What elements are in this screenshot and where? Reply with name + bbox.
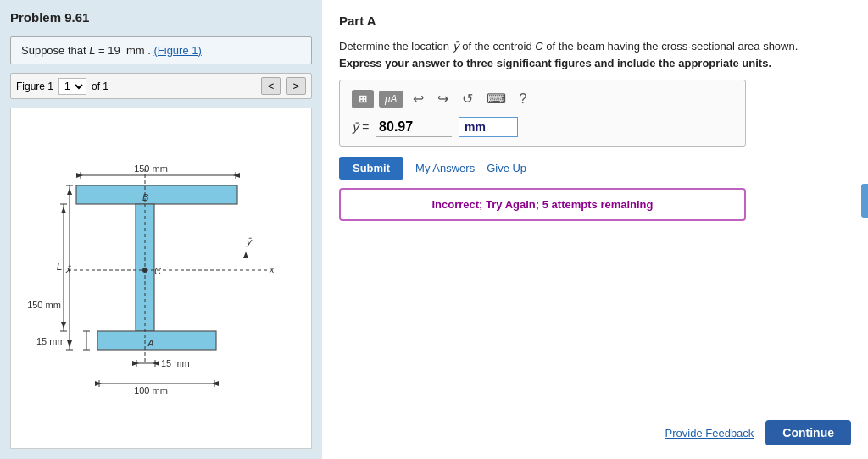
svg-marker-34 [153, 361, 159, 366]
my-answers-link[interactable]: My Answers [415, 162, 475, 174]
svg-marker-19 [61, 207, 66, 213]
svg-text:x̄: x̄ [65, 264, 72, 274]
undo-button[interactable]: ↩ [409, 89, 428, 108]
svg-marker-7 [233, 173, 240, 178]
svg-text:B: B [142, 192, 148, 202]
beam-diagram: 150 mm L 150 mm B C x̄ x [25, 160, 297, 397]
figure-of-label: of 1 [92, 80, 108, 92]
svg-text:15 mm: 15 mm [161, 358, 190, 368]
refresh-button[interactable]: ↺ [458, 89, 477, 108]
provide-feedback-button[interactable]: Provide Feedback [665, 427, 754, 440]
mu-alpha-button[interactable]: μΑ [379, 91, 403, 108]
feedback-box: Incorrect; Try Again; 5 attempts remaini… [339, 188, 746, 221]
svg-marker-33 [132, 361, 139, 366]
submit-button[interactable]: Submit [339, 157, 403, 180]
question-text: Determine the location ȳ of the centroid… [339, 38, 851, 71]
svg-text:x: x [269, 264, 275, 274]
right-tab [861, 184, 868, 218]
input-row: ȳ = [352, 117, 733, 137]
question-line2: Express your answer to three significant… [339, 57, 771, 69]
bottom-row: Provide Feedback Continue [339, 412, 851, 445]
y-bar-label: ȳ = [352, 120, 369, 134]
svg-marker-13 [67, 340, 72, 347]
question-line1: Determine the location ȳ of the centroid… [339, 40, 798, 53]
svg-text:150 mm: 150 mm [134, 163, 168, 174]
action-row: Submit My Answers Give Up [339, 157, 851, 180]
svg-rect-2 [97, 331, 216, 350]
svg-marker-39 [95, 381, 102, 386]
svg-marker-6 [76, 173, 83, 178]
figure-nav: Figure 1 1 of 1 < > [10, 73, 312, 99]
svg-text:A: A [147, 338, 153, 348]
left-panel: Problem 9.61 Suppose that L = 19 mm . (F… [0, 0, 322, 459]
svg-text:100 mm: 100 mm [134, 385, 168, 395]
figure1-link[interactable]: (Figure 1) [153, 44, 201, 57]
svg-text:150 mm: 150 mm [27, 300, 61, 310]
continue-button[interactable]: Continue [765, 420, 851, 445]
svg-marker-40 [212, 381, 219, 386]
give-up-link[interactable]: Give Up [487, 162, 526, 174]
right-panel: Part A Determine the location ȳ of the c… [322, 0, 868, 459]
figure-next-button[interactable]: > [286, 77, 306, 95]
problem-title: Problem 9.61 [10, 10, 312, 25]
figure-area: 150 mm L 150 mm B C x̄ x [10, 108, 312, 449]
figure-select[interactable]: 1 [58, 78, 86, 95]
svg-marker-29 [243, 252, 248, 258]
answer-box: ⊞ μΑ ↩ ↪ ↺ ⌨ ? ȳ = [339, 80, 746, 147]
svg-text:L: L [57, 261, 63, 273]
svg-text:C: C [154, 266, 161, 276]
mu-alpha-label: μΑ [385, 93, 398, 105]
svg-marker-12 [67, 188, 72, 195]
help-button[interactable]: ? [515, 90, 531, 108]
toolbar: ⊞ μΑ ↩ ↪ ↺ ⌨ ? [352, 89, 733, 108]
svg-text:ȳ: ȳ [246, 236, 253, 247]
unit-input[interactable] [459, 117, 518, 137]
part-label: Part A [339, 14, 851, 28]
keyboard-button[interactable]: ⌨ [482, 89, 510, 108]
svg-text:15 mm: 15 mm [36, 336, 65, 346]
redo-button[interactable]: ↪ [433, 89, 453, 108]
answer-input[interactable] [376, 118, 452, 137]
svg-marker-20 [61, 322, 66, 329]
figure-label: Figure 1 [16, 80, 53, 92]
problem-statement: Suppose that L = 19 mm . (Figure 1) [10, 36, 312, 64]
grid-icon-button[interactable]: ⊞ [352, 90, 374, 108]
svg-rect-0 [76, 185, 237, 204]
figure-prev-button[interactable]: < [261, 77, 281, 95]
